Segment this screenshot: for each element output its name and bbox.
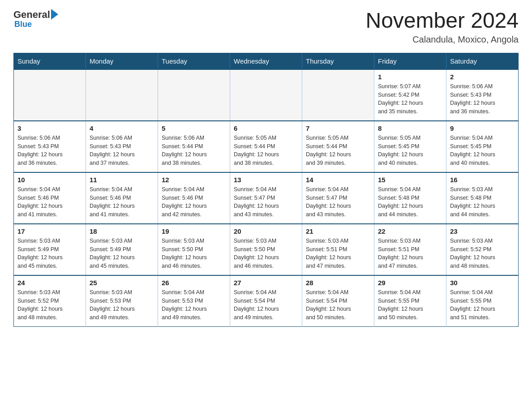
- calendar-cell: 1Sunrise: 5:07 AMSunset: 5:42 PMDaylight…: [374, 69, 446, 121]
- calendar-cell: 30Sunrise: 5:04 AMSunset: 5:55 PMDayligh…: [446, 275, 519, 327]
- logo-arrow-icon: [51, 9, 58, 20]
- day-info: Sunrise: 5:05 AMSunset: 5:45 PMDaylight:…: [378, 134, 442, 167]
- day-number: 27: [234, 279, 298, 287]
- calendar-cell: 7Sunrise: 5:05 AMSunset: 5:44 PMDaylight…: [302, 121, 374, 172]
- week-row-2: 3Sunrise: 5:06 AMSunset: 5:43 PMDaylight…: [14, 121, 519, 172]
- calendar-title: November 2024: [365, 9, 519, 33]
- week-row-3: 10Sunrise: 5:04 AMSunset: 5:46 PMDayligh…: [14, 172, 519, 224]
- calendar-cell: [158, 69, 230, 121]
- calendar-cell: 10Sunrise: 5:04 AMSunset: 5:46 PMDayligh…: [14, 172, 86, 224]
- day-info: Sunrise: 5:04 AMSunset: 5:55 PMDaylight:…: [378, 288, 442, 322]
- calendar-cell: 12Sunrise: 5:04 AMSunset: 5:46 PMDayligh…: [158, 172, 230, 224]
- calendar-cell: 3Sunrise: 5:06 AMSunset: 5:43 PMDaylight…: [14, 121, 86, 172]
- calendar-header: SundayMondayTuesdayWednesdayThursdayFrid…: [14, 53, 519, 69]
- week-row-5: 24Sunrise: 5:03 AMSunset: 5:52 PMDayligh…: [14, 275, 519, 327]
- calendar-cell: 13Sunrise: 5:04 AMSunset: 5:47 PMDayligh…: [230, 172, 302, 224]
- day-info: Sunrise: 5:03 AMSunset: 5:52 PMDaylight:…: [450, 237, 515, 270]
- day-info: Sunrise: 5:03 AMSunset: 5:49 PMDaylight:…: [17, 237, 82, 270]
- day-number: 5: [162, 124, 226, 132]
- day-number: 26: [162, 279, 226, 287]
- day-info: Sunrise: 5:03 AMSunset: 5:48 PMDaylight:…: [450, 185, 515, 219]
- day-number: 2: [450, 73, 515, 81]
- week-row-4: 17Sunrise: 5:03 AMSunset: 5:49 PMDayligh…: [14, 224, 519, 275]
- day-info: Sunrise: 5:04 AMSunset: 5:54 PMDaylight:…: [234, 288, 298, 322]
- day-info: Sunrise: 5:04 AMSunset: 5:46 PMDaylight:…: [90, 185, 154, 219]
- day-number: 28: [306, 279, 370, 287]
- day-info: Sunrise: 5:05 AMSunset: 5:44 PMDaylight:…: [306, 134, 370, 167]
- day-info: Sunrise: 5:06 AMSunset: 5:43 PMDaylight:…: [17, 134, 82, 167]
- day-info: Sunrise: 5:03 AMSunset: 5:50 PMDaylight:…: [234, 237, 298, 270]
- calendar-cell: 28Sunrise: 5:04 AMSunset: 5:54 PMDayligh…: [302, 275, 374, 327]
- calendar-cell: 29Sunrise: 5:04 AMSunset: 5:55 PMDayligh…: [374, 275, 446, 327]
- calendar-cell: 26Sunrise: 5:04 AMSunset: 5:53 PMDayligh…: [158, 275, 230, 327]
- calendar-cell: [86, 69, 158, 121]
- day-number: 22: [378, 227, 442, 235]
- weekday-header-sunday: Sunday: [14, 53, 86, 69]
- calendar-cell: 2Sunrise: 5:06 AMSunset: 5:43 PMDaylight…: [446, 69, 519, 121]
- calendar-cell: 5Sunrise: 5:06 AMSunset: 5:44 PMDaylight…: [158, 121, 230, 172]
- day-info: Sunrise: 5:03 AMSunset: 5:50 PMDaylight:…: [162, 237, 226, 270]
- logo-main: General: [13, 9, 58, 21]
- day-info: Sunrise: 5:04 AMSunset: 5:55 PMDaylight:…: [450, 288, 515, 322]
- calendar-cell: 4Sunrise: 5:06 AMSunset: 5:43 PMDaylight…: [86, 121, 158, 172]
- day-number: 17: [17, 227, 82, 235]
- day-number: 16: [450, 176, 515, 184]
- calendar-cell: 17Sunrise: 5:03 AMSunset: 5:49 PMDayligh…: [14, 224, 86, 275]
- calendar-subtitle: Calandula, Moxico, Angola: [365, 34, 519, 45]
- day-number: 24: [17, 279, 82, 287]
- day-info: Sunrise: 5:06 AMSunset: 5:44 PMDaylight:…: [162, 134, 226, 167]
- calendar-cell: 21Sunrise: 5:03 AMSunset: 5:51 PMDayligh…: [302, 224, 374, 275]
- title-block: November 2024 Calandula, Moxico, Angola: [365, 9, 519, 45]
- day-number: 7: [306, 124, 370, 132]
- weekday-header-saturday: Saturday: [446, 53, 519, 69]
- day-info: Sunrise: 5:04 AMSunset: 5:45 PMDaylight:…: [450, 134, 515, 167]
- calendar-cell: 16Sunrise: 5:03 AMSunset: 5:48 PMDayligh…: [446, 172, 519, 224]
- calendar-cell: 22Sunrise: 5:03 AMSunset: 5:51 PMDayligh…: [374, 224, 446, 275]
- day-info: Sunrise: 5:04 AMSunset: 5:47 PMDaylight:…: [306, 185, 370, 219]
- weekday-row: SundayMondayTuesdayWednesdayThursdayFrid…: [14, 53, 519, 69]
- calendar-cell: 6Sunrise: 5:05 AMSunset: 5:44 PMDaylight…: [230, 121, 302, 172]
- day-number: 6: [234, 124, 298, 132]
- day-info: Sunrise: 5:04 AMSunset: 5:46 PMDaylight:…: [17, 185, 82, 219]
- day-number: 19: [162, 227, 226, 235]
- day-info: Sunrise: 5:05 AMSunset: 5:44 PMDaylight:…: [234, 134, 298, 167]
- logo-blue-text: Blue: [14, 20, 32, 29]
- weekday-header-wednesday: Wednesday: [230, 53, 302, 69]
- day-info: Sunrise: 5:04 AMSunset: 5:54 PMDaylight:…: [306, 288, 370, 322]
- day-info: Sunrise: 5:03 AMSunset: 5:53 PMDaylight:…: [90, 288, 154, 322]
- calendar-cell: 27Sunrise: 5:04 AMSunset: 5:54 PMDayligh…: [230, 275, 302, 327]
- day-number: 4: [90, 124, 154, 132]
- page-header: General Blue November 2024 Calandula, Mo…: [13, 9, 519, 45]
- day-info: Sunrise: 5:07 AMSunset: 5:42 PMDaylight:…: [378, 82, 442, 116]
- logo: General Blue: [13, 9, 58, 29]
- day-number: 12: [162, 176, 226, 184]
- day-info: Sunrise: 5:04 AMSunset: 5:48 PMDaylight:…: [378, 185, 442, 219]
- day-number: 15: [378, 176, 442, 184]
- day-number: 14: [306, 176, 370, 184]
- calendar-cell: 15Sunrise: 5:04 AMSunset: 5:48 PMDayligh…: [374, 172, 446, 224]
- calendar-cell: 9Sunrise: 5:04 AMSunset: 5:45 PMDaylight…: [446, 121, 519, 172]
- calendar-cell: [14, 69, 86, 121]
- day-info: Sunrise: 5:04 AMSunset: 5:53 PMDaylight:…: [162, 288, 226, 322]
- day-number: 18: [90, 227, 154, 235]
- day-number: 23: [450, 227, 515, 235]
- day-number: 9: [450, 124, 515, 132]
- day-number: 20: [234, 227, 298, 235]
- day-number: 3: [17, 124, 82, 132]
- day-info: Sunrise: 5:04 AMSunset: 5:46 PMDaylight:…: [162, 185, 226, 219]
- calendar-table: SundayMondayTuesdayWednesdayThursdayFrid…: [13, 53, 519, 327]
- day-number: 13: [234, 176, 298, 184]
- day-number: 1: [378, 73, 442, 81]
- calendar-cell: [302, 69, 374, 121]
- day-number: 8: [378, 124, 442, 132]
- weekday-header-monday: Monday: [86, 53, 158, 69]
- calendar-cell: 23Sunrise: 5:03 AMSunset: 5:52 PMDayligh…: [446, 224, 519, 275]
- day-number: 30: [450, 279, 515, 287]
- day-number: 25: [90, 279, 154, 287]
- weekday-header-tuesday: Tuesday: [158, 53, 230, 69]
- calendar-cell: 19Sunrise: 5:03 AMSunset: 5:50 PMDayligh…: [158, 224, 230, 275]
- day-number: 10: [17, 176, 82, 184]
- day-number: 21: [306, 227, 370, 235]
- day-info: Sunrise: 5:03 AMSunset: 5:51 PMDaylight:…: [306, 237, 370, 270]
- week-row-1: 1Sunrise: 5:07 AMSunset: 5:42 PMDaylight…: [14, 69, 519, 121]
